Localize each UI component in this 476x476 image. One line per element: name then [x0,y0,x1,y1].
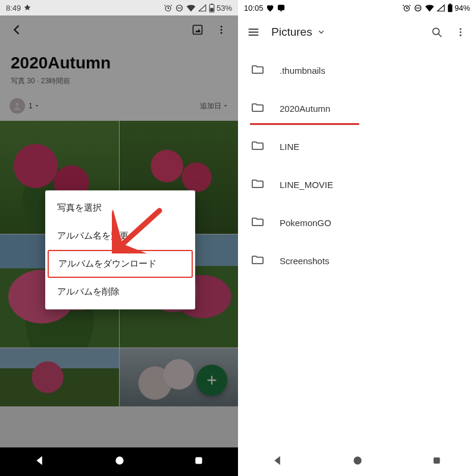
people-count[interactable]: 1 [29,102,40,110]
album-context-menu: 写真を選択 アルバム名を変更 アルバムをダウンロード アルバムを削除 [45,190,195,309]
menu-select-photos[interactable]: 写真を選択 [45,194,195,222]
svg-point-9 [15,103,19,107]
folder-title-dropdown[interactable]: Pictures [271,26,325,39]
search-button[interactable] [425,20,449,44]
folder-row[interactable]: .thumbnails [238,51,476,89]
album-meta-row: 1 追加日 [0,92,238,121]
status-bar: 8:49 53% [0,0,238,15]
menu-delete-album[interactable]: アルバムを削除 [45,278,195,306]
folder-name: .thumbnails [280,65,325,76]
avatar[interactable] [10,98,25,114]
svg-rect-3 [211,4,212,5]
svg-rect-12 [196,458,202,464]
folder-name: PokemonGO [280,218,331,228]
status-bar: 10:05 94% [238,0,476,15]
photo-tile[interactable] [0,348,119,406]
svg-point-19 [460,28,462,30]
folder-icon [251,64,264,77]
svg-point-21 [460,35,462,36]
svg-point-6 [221,26,223,27]
folder-list: .thumbnails 2020Autumn LINE LINE_MOVIE P… [238,49,476,282]
left-screenshot: 8:49 53% 2020Autumn 写真 30 · 2 [0,0,238,476]
nav-home-button[interactable] [114,455,126,469]
svg-point-8 [221,32,223,34]
svg-point-20 [460,32,462,33]
svg-rect-17 [449,4,451,5]
menu-rename-album[interactable]: アルバム名を変更 [45,222,195,250]
folder-row[interactable]: LINE [238,127,476,165]
folder-row[interactable]: LINE_MOVIE [238,165,476,203]
back-button[interactable] [5,18,29,42]
folder-row[interactable]: 2020Autumn [238,89,476,127]
album-header: 2020Autumn 写真 30 · 23時間前 [0,44,238,92]
add-photos-fab[interactable] [196,365,227,396]
folder-name: LINE [280,142,299,152]
battery-percent: 53% [217,4,232,12]
sort-dropdown[interactable]: 追加日 [200,101,228,111]
folder-name: 2020Autumn [280,104,330,114]
svg-point-7 [221,29,223,31]
heart-icon [266,4,274,12]
app-notif-icon [277,4,286,12]
svg-rect-16 [448,4,453,12]
android-nav-bar [238,447,476,476]
folder-row[interactable]: Screenshots [238,242,476,280]
more-menu-button[interactable] [449,20,472,44]
battery-icon [209,4,215,12]
app-indicator-icon [23,4,32,12]
battery-icon [447,4,453,12]
more-menu-button[interactable] [209,18,233,42]
nav-home-button[interactable] [352,455,364,469]
dnd-icon [414,4,422,12]
menu-download-album[interactable]: アルバムをダウンロード [48,250,193,278]
signal-icon [437,4,445,12]
album-appbar [0,15,238,44]
svg-rect-5 [193,26,202,35]
wifi-icon [186,4,196,12]
svg-point-11 [118,459,121,462]
folder-icon [251,140,264,153]
battery-percent: 94% [455,4,470,12]
nav-recents-button[interactable] [432,456,441,468]
svg-rect-24 [434,458,440,463]
svg-point-18 [433,28,439,35]
svg-rect-4 [210,8,213,11]
android-nav-bar [0,447,238,476]
svg-rect-13 [277,4,284,10]
slideshow-icon[interactable] [186,18,209,42]
alarm-icon [164,4,173,12]
album-subtitle: 写真 30 · 23時間前 [11,76,227,86]
alarm-icon [402,4,411,12]
clock: 10:05 [244,4,264,12]
hamburger-menu-button[interactable] [242,20,265,44]
nav-recents-button[interactable] [193,455,204,468]
clock: 8:49 [6,4,21,12]
folder-icon [251,216,264,229]
folder-icon [251,102,264,115]
folder-name: Screenshots [280,256,329,266]
dnd-icon [175,4,184,12]
nav-back-button[interactable] [34,455,46,469]
nav-back-button[interactable] [273,455,283,468]
folder-row[interactable]: PokemonGO [238,203,476,242]
wifi-icon [425,4,434,12]
folder-icon [251,254,264,267]
folder-icon [251,178,264,191]
svg-point-23 [356,459,359,462]
right-screenshot: 10:05 94% Pictures [238,0,476,476]
signal-icon [198,4,206,12]
album-title: 2020Autumn [11,54,227,73]
folder-name: LINE_MOVIE [280,180,333,190]
annotation-underline [250,123,359,125]
files-appbar: Pictures [238,15,476,49]
